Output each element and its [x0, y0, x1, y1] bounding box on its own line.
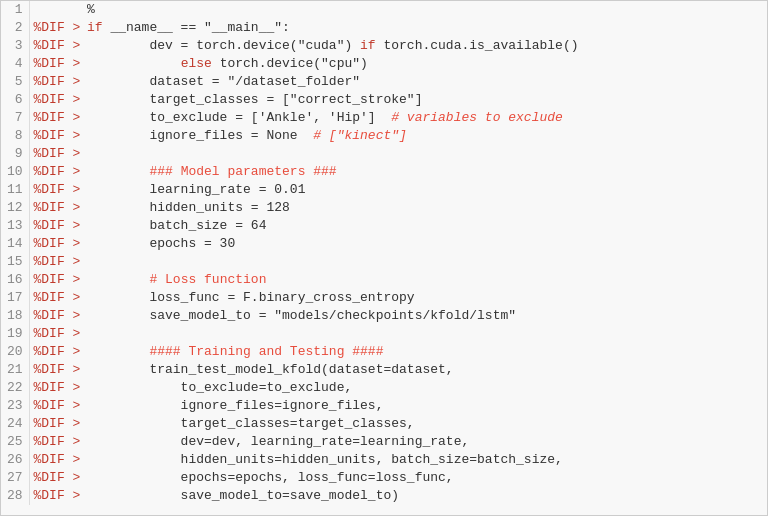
- table-row: 12%DIF > hidden_units = 128: [1, 199, 767, 217]
- table-row: 26%DIF > hidden_units=hidden_units, batc…: [1, 451, 767, 469]
- code-line: [81, 145, 767, 163]
- diff-marker: %DIF >: [29, 199, 81, 217]
- diff-marker: %DIF >: [29, 451, 81, 469]
- diff-marker: %DIF >: [29, 469, 81, 487]
- line-number: 11: [1, 181, 29, 199]
- diff-marker: %DIF >: [29, 37, 81, 55]
- line-number: 8: [1, 127, 29, 145]
- table-row: 15%DIF >: [1, 253, 767, 271]
- line-number: 1: [1, 1, 29, 19]
- table-row: 4%DIF > else torch.device("cpu"): [1, 55, 767, 73]
- code-line: save_model_to = "models/checkpoints/kfol…: [81, 307, 767, 325]
- diff-marker: %DIF >: [29, 307, 81, 325]
- diff-marker: %DIF >: [29, 379, 81, 397]
- line-number: 25: [1, 433, 29, 451]
- table-row: 9%DIF >: [1, 145, 767, 163]
- line-number: 20: [1, 343, 29, 361]
- diff-marker: %DIF >: [29, 91, 81, 109]
- line-number: 24: [1, 415, 29, 433]
- code-line: [81, 325, 767, 343]
- diff-marker: %DIF >: [29, 73, 81, 91]
- diff-marker: %DIF >: [29, 433, 81, 451]
- line-number: 6: [1, 91, 29, 109]
- diff-marker: %DIF >: [29, 235, 81, 253]
- diff-marker: %DIF >: [29, 109, 81, 127]
- line-number: 16: [1, 271, 29, 289]
- line-number: 4: [1, 55, 29, 73]
- code-line: dev = torch.device("cuda") if torch.cuda…: [81, 37, 767, 55]
- line-number: 13: [1, 217, 29, 235]
- line-number: 2: [1, 19, 29, 37]
- diff-marker: %DIF >: [29, 325, 81, 343]
- line-number: 18: [1, 307, 29, 325]
- code-line: [81, 253, 767, 271]
- table-row: 27%DIF > epochs=epochs, loss_func=loss_f…: [1, 469, 767, 487]
- code-line: ### Model parameters ###: [81, 163, 767, 181]
- diff-marker: %DIF >: [29, 19, 81, 37]
- diff-marker: %DIF >: [29, 127, 81, 145]
- code-table: 1%2%DIF > if __name__ == "__main__":3%DI…: [1, 1, 767, 505]
- code-viewer: 1%2%DIF > if __name__ == "__main__":3%DI…: [0, 0, 768, 516]
- diff-marker: %DIF >: [29, 217, 81, 235]
- table-row: 8%DIF > ignore_files = None # ["kinect"]: [1, 127, 767, 145]
- table-row: 3%DIF > dev = torch.device("cuda") if to…: [1, 37, 767, 55]
- line-number: 17: [1, 289, 29, 307]
- line-number: 26: [1, 451, 29, 469]
- diff-marker: %DIF >: [29, 415, 81, 433]
- diff-marker: %DIF >: [29, 289, 81, 307]
- table-row: 20%DIF > #### Training and Testing ####: [1, 343, 767, 361]
- table-row: 24%DIF > target_classes=target_classes,: [1, 415, 767, 433]
- line-number: 28: [1, 487, 29, 505]
- table-row: 23%DIF > ignore_files=ignore_files,: [1, 397, 767, 415]
- line-number: 5: [1, 73, 29, 91]
- code-line: if __name__ == "__main__":: [81, 19, 767, 37]
- code-line: epochs = 30: [81, 235, 767, 253]
- table-row: 16%DIF > # Loss function: [1, 271, 767, 289]
- code-line: target_classes=target_classes,: [81, 415, 767, 433]
- code-line: hidden_units=hidden_units, batch_size=ba…: [81, 451, 767, 469]
- code-line: ignore_files=ignore_files,: [81, 397, 767, 415]
- code-line: dev=dev, learning_rate=learning_rate,: [81, 433, 767, 451]
- table-row: 13%DIF > batch_size = 64: [1, 217, 767, 235]
- code-line: loss_func = F.binary_cross_entropy: [81, 289, 767, 307]
- diff-marker: %DIF >: [29, 145, 81, 163]
- code-line: train_test_model_kfold(dataset=dataset,: [81, 361, 767, 379]
- code-line: #### Training and Testing ####: [81, 343, 767, 361]
- line-number: 22: [1, 379, 29, 397]
- table-row: 28%DIF > save_model_to=save_model_to): [1, 487, 767, 505]
- code-line: to_exclude=to_exclude,: [81, 379, 767, 397]
- table-row: 14%DIF > epochs = 30: [1, 235, 767, 253]
- table-row: 18%DIF > save_model_to = "models/checkpo…: [1, 307, 767, 325]
- diff-marker: %DIF >: [29, 487, 81, 505]
- table-row: 2%DIF > if __name__ == "__main__":: [1, 19, 767, 37]
- code-line: ignore_files = None # ["kinect"]: [81, 127, 767, 145]
- code-line: target_classes = ["correct_stroke"]: [81, 91, 767, 109]
- line-number: 27: [1, 469, 29, 487]
- line-number: 12: [1, 199, 29, 217]
- table-row: 11%DIF > learning_rate = 0.01: [1, 181, 767, 199]
- diff-marker: %DIF >: [29, 397, 81, 415]
- table-row: 1%: [1, 1, 767, 19]
- code-line: else torch.device("cpu"): [81, 55, 767, 73]
- diff-marker: %DIF >: [29, 253, 81, 271]
- table-row: 21%DIF > train_test_model_kfold(dataset=…: [1, 361, 767, 379]
- line-number: 15: [1, 253, 29, 271]
- code-line: epochs=epochs, loss_func=loss_func,: [81, 469, 767, 487]
- code-line: # Loss function: [81, 271, 767, 289]
- code-line: %: [81, 1, 767, 19]
- line-number: 7: [1, 109, 29, 127]
- code-line: to_exclude = ['Ankle', 'Hip'] # variable…: [81, 109, 767, 127]
- diff-marker: %DIF >: [29, 361, 81, 379]
- line-number: 10: [1, 163, 29, 181]
- table-row: 25%DIF > dev=dev, learning_rate=learning…: [1, 433, 767, 451]
- table-row: 10%DIF > ### Model parameters ###: [1, 163, 767, 181]
- line-number: 21: [1, 361, 29, 379]
- diff-marker: [29, 1, 81, 19]
- line-number: 23: [1, 397, 29, 415]
- diff-marker: %DIF >: [29, 163, 81, 181]
- table-row: 6%DIF > target_classes = ["correct_strok…: [1, 91, 767, 109]
- table-row: 17%DIF > loss_func = F.binary_cross_entr…: [1, 289, 767, 307]
- code-line: hidden_units = 128: [81, 199, 767, 217]
- code-line: batch_size = 64: [81, 217, 767, 235]
- code-line: learning_rate = 0.01: [81, 181, 767, 199]
